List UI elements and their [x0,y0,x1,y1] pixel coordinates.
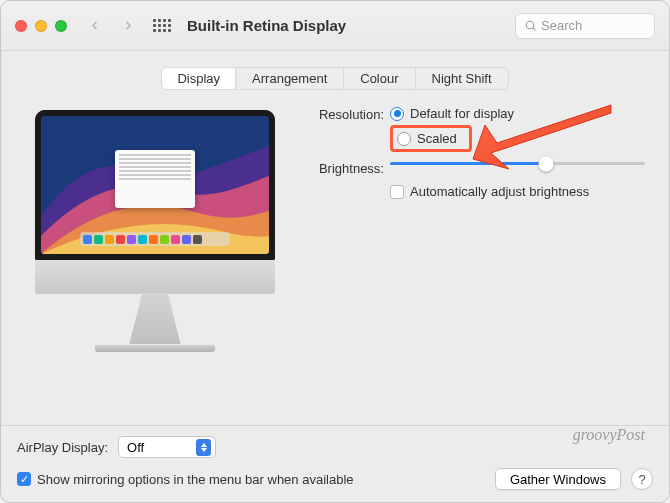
gather-windows-button[interactable]: Gather Windows [495,468,621,490]
brightness-label: Brightness: [305,160,390,176]
close-icon[interactable] [15,20,27,32]
footer: AirPlay Display: Off Show mirroring opti… [1,425,669,502]
page-title: Built-in Retina Display [187,17,346,34]
svg-line-1 [533,28,535,30]
show-all-button[interactable] [149,13,175,39]
brightness-slider[interactable] [390,160,645,165]
watermark-text: groovyPost [573,426,645,444]
content-area: Resolution: Default for display Scaled [1,100,669,425]
resolution-scaled-label: Scaled [417,131,457,146]
tab-arrangement[interactable]: Arrangement [235,68,343,89]
search-input[interactable]: Search [515,13,655,39]
dock-preview-icon [80,232,230,246]
radio-selected-icon [390,107,404,121]
resolution-default-radio[interactable]: Default for display [390,106,645,121]
resolution-label: Resolution: [305,106,390,122]
checkbox-checked-icon [17,472,31,486]
zoom-icon[interactable] [55,20,67,32]
settings-panel: Resolution: Default for display Scaled [305,104,645,425]
mirroring-label: Show mirroring options in the menu bar w… [37,472,354,487]
forward-button[interactable] [115,13,141,39]
tabbar: Display Arrangement Colour Night Shift [1,51,669,100]
auto-brightness-label: Automatically adjust brightness [410,184,589,199]
radio-unselected-icon [397,132,411,146]
preferences-window: Built-in Retina Display Search Display A… [0,0,670,503]
window-controls [15,20,67,32]
airplay-value: Off [127,440,144,455]
checkbox-unchecked-icon [390,185,404,199]
resolution-default-label: Default for display [410,106,514,121]
preview-window-icon [115,150,195,208]
chevron-updown-icon [196,439,211,456]
airplay-select[interactable]: Off [118,436,216,458]
tab-colour[interactable]: Colour [343,68,414,89]
display-preview [25,104,285,425]
minimize-icon[interactable] [35,20,47,32]
resolution-scaled-radio[interactable]: Scaled [397,131,457,146]
toolbar: Built-in Retina Display Search [1,1,669,51]
back-button[interactable] [81,13,107,39]
search-icon [524,19,537,32]
mirroring-checkbox[interactable]: Show mirroring options in the menu bar w… [17,472,354,487]
grid-icon [153,19,171,32]
help-button[interactable]: ? [631,468,653,490]
tab-night-shift[interactable]: Night Shift [415,68,508,89]
annotation-highlight: Scaled [390,125,472,152]
tab-display[interactable]: Display [161,67,236,90]
airplay-label: AirPlay Display: [17,440,108,455]
auto-brightness-checkbox[interactable]: Automatically adjust brightness [390,184,645,199]
svg-point-0 [526,21,534,29]
wallpaper-preview [41,116,269,254]
search-placeholder: Search [541,18,582,33]
